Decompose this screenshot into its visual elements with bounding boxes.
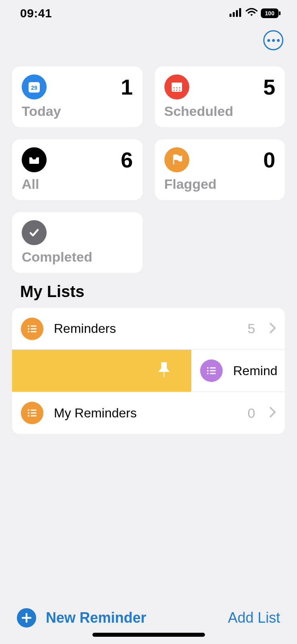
svg-rect-20 — [31, 328, 37, 329]
my-lists-container: Reminders 5 Remind My Reminders 0 — [12, 308, 285, 434]
status-bar: 09:41 100 — [0, 0, 297, 26]
home-indicator[interactable] — [92, 633, 205, 637]
status-right: 100 — [229, 8, 281, 19]
list-name: Reminders — [54, 321, 237, 336]
completed-label: Completed — [22, 249, 133, 265]
completed-card[interactable]: Completed — [12, 212, 143, 273]
svg-rect-18 — [31, 325, 37, 326]
svg-rect-5 — [279, 11, 281, 15]
pin-action-button[interactable] — [12, 350, 191, 392]
add-list-button[interactable]: Add List — [228, 609, 280, 626]
header-row — [0, 26, 297, 58]
today-card[interactable]: 29 1 Today — [12, 66, 143, 127]
scheduled-label: Scheduled — [164, 103, 276, 119]
new-reminder-button[interactable]: New Reminder — [17, 608, 146, 627]
svg-point-19 — [28, 328, 29, 330]
svg-point-25 — [207, 370, 209, 372]
checkmark-icon — [22, 220, 47, 245]
svg-rect-3 — [239, 8, 241, 17]
svg-point-29 — [28, 409, 29, 411]
svg-rect-2 — [236, 10, 238, 17]
pin-icon — [157, 361, 171, 380]
svg-point-33 — [28, 415, 29, 417]
svg-point-17 — [28, 325, 29, 327]
list-name: Remind — [233, 363, 285, 378]
svg-point-21 — [28, 331, 29, 332]
svg-point-27 — [207, 373, 209, 374]
cellular-icon — [229, 8, 242, 19]
svg-rect-0 — [229, 14, 231, 17]
svg-rect-32 — [31, 413, 37, 414]
list-row[interactable]: Reminders 5 — [12, 308, 285, 350]
svg-rect-24 — [210, 367, 216, 369]
list-count: 5 — [248, 321, 255, 336]
wifi-icon — [246, 8, 258, 19]
today-count: 1 — [121, 76, 133, 98]
more-icon — [267, 39, 270, 42]
today-label: Today — [22, 103, 133, 119]
svg-point-13 — [179, 87, 180, 89]
svg-rect-28 — [210, 373, 216, 374]
new-reminder-label: New Reminder — [46, 609, 146, 626]
list-row[interactable]: My Reminders 0 — [12, 392, 285, 434]
list-icon — [21, 318, 43, 340]
svg-point-11 — [173, 87, 174, 89]
more-options-button[interactable] — [263, 30, 283, 50]
svg-rect-30 — [31, 410, 37, 411]
chevron-right-icon — [270, 407, 276, 419]
flagged-card[interactable]: 0 Flagged — [155, 139, 285, 200]
list-row-swiped[interactable]: Remind — [12, 350, 285, 392]
list-count: 0 — [248, 405, 255, 421]
my-lists-header: My Lists — [0, 273, 297, 305]
battery-icon: 100 — [261, 8, 281, 18]
list-row-content[interactable]: Remind — [191, 350, 285, 392]
svg-text:100: 100 — [265, 10, 274, 17]
svg-point-12 — [176, 87, 177, 89]
svg-rect-10 — [172, 83, 182, 85]
svg-rect-34 — [31, 415, 37, 417]
scheduled-count: 5 — [263, 76, 275, 98]
all-label: All — [22, 176, 133, 192]
list-icon — [200, 359, 223, 382]
list-icon — [21, 402, 43, 424]
svg-rect-22 — [31, 331, 37, 332]
calendar-today-icon: 29 — [22, 74, 47, 99]
flag-icon — [164, 147, 189, 172]
smart-lists-grid: 29 1 Today 5 Scheduled 6 All 0 — [0, 58, 297, 273]
svg-point-31 — [28, 412, 29, 414]
flagged-label: Flagged — [164, 176, 276, 192]
svg-point-16 — [179, 90, 180, 91]
svg-text:29: 29 — [31, 85, 37, 91]
calendar-scheduled-icon — [164, 74, 189, 99]
all-card[interactable]: 6 All — [12, 139, 143, 200]
list-name: My Reminders — [54, 406, 237, 421]
plus-circle-icon — [17, 608, 36, 627]
svg-point-23 — [207, 367, 209, 369]
status-time: 09:41 — [20, 6, 52, 20]
flagged-count: 0 — [263, 149, 275, 171]
scheduled-card[interactable]: 5 Scheduled — [155, 66, 285, 127]
svg-point-15 — [176, 90, 177, 91]
svg-rect-1 — [233, 12, 235, 17]
chevron-right-icon — [270, 323, 276, 335]
svg-rect-26 — [210, 370, 216, 372]
svg-point-14 — [173, 90, 174, 91]
all-count: 6 — [121, 149, 133, 171]
inbox-icon — [22, 147, 47, 172]
